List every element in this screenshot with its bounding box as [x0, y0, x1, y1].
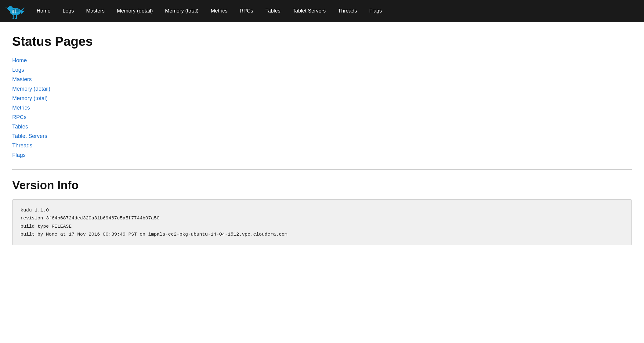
nav-link-threads[interactable]: Threads	[332, 0, 363, 22]
nav-link-memory--detail-[interactable]: Memory (detail)	[111, 0, 159, 22]
svg-point-5	[12, 9, 20, 12]
nav-link-logs[interactable]: Logs	[56, 0, 80, 22]
status-link-rpcs[interactable]: RPCs	[12, 114, 632, 121]
nav-link-memory--total-[interactable]: Memory (total)	[159, 0, 205, 22]
svg-rect-7	[16, 15, 17, 18]
status-link-flags[interactable]: Flags	[12, 152, 632, 158]
status-link-threads[interactable]: Threads	[12, 143, 632, 149]
status-link-memory--total-[interactable]: Memory (total)	[12, 95, 632, 102]
status-links-list: HomeLogsMastersMemory (detail)Memory (to…	[12, 57, 632, 158]
svg-rect-6	[13, 15, 14, 18]
status-link-tables[interactable]: Tables	[12, 124, 632, 130]
version-line: revision 3f64b68724ded320a31b69467c5a5f7…	[20, 214, 624, 222]
status-link-home[interactable]: Home	[12, 57, 632, 64]
main-nav: HomeLogsMastersMemory (detail)Memory (to…	[0, 0, 644, 22]
nav-link-metrics[interactable]: Metrics	[204, 0, 233, 22]
status-link-tablet-servers[interactable]: Tablet Servers	[12, 133, 632, 139]
nav-link-tables[interactable]: Tables	[259, 0, 287, 22]
page-title: Status Pages	[12, 34, 632, 49]
version-section-title: Version Info	[12, 179, 632, 192]
section-divider	[12, 169, 632, 170]
nav-link-rpcs[interactable]: RPCs	[233, 0, 259, 22]
version-line: build type RELEASE	[20, 222, 624, 230]
status-link-masters[interactable]: Masters	[12, 76, 632, 83]
version-info-box: kudu 1.1.0revision 3f64b68724ded320a31b6…	[12, 199, 632, 245]
status-link-metrics[interactable]: Metrics	[12, 105, 632, 111]
nav-link-masters[interactable]: Masters	[80, 0, 110, 22]
nav-link-flags[interactable]: Flags	[363, 0, 388, 22]
nav-link-home[interactable]: Home	[31, 0, 56, 22]
nav-link-tablet-servers[interactable]: Tablet Servers	[287, 0, 332, 22]
svg-point-1	[8, 6, 13, 11]
version-line: kudu 1.1.0	[20, 206, 624, 214]
nav-links: HomeLogsMastersMemory (detail)Memory (to…	[31, 0, 388, 22]
status-link-memory--detail-[interactable]: Memory (detail)	[12, 86, 632, 92]
svg-marker-2	[5, 7, 8, 9]
version-line: built by None at 17 Nov 2016 00:39:49 PS…	[20, 230, 624, 238]
main-content: Status Pages HomeLogsMastersMemory (deta…	[0, 22, 644, 264]
kudu-logo	[4, 2, 25, 20]
status-link-logs[interactable]: Logs	[12, 67, 632, 73]
